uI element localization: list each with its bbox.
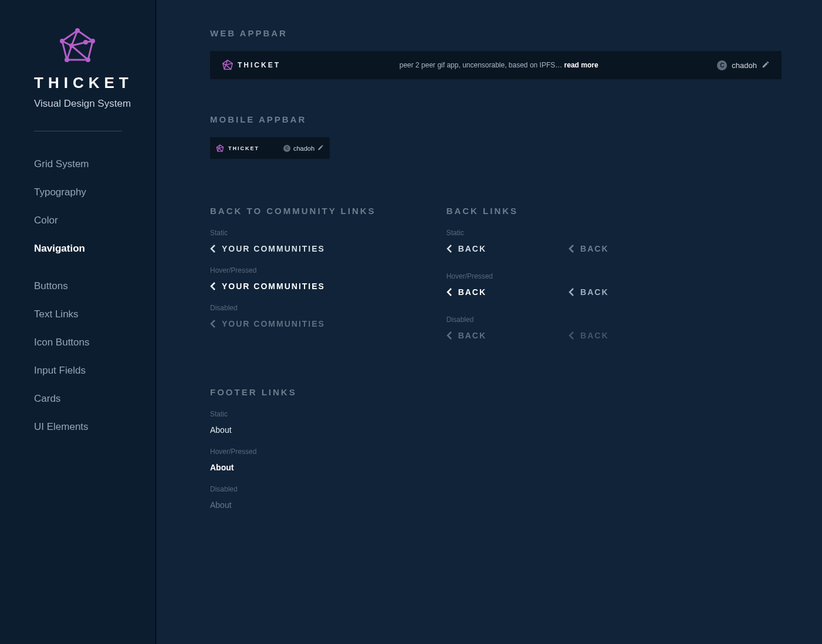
state-label-disabled: Disabled [446, 316, 609, 324]
thicket-logo-icon [59, 28, 96, 65]
appbar-user-chip[interactable]: C chadoh [283, 144, 324, 152]
state-label-hover: Hover/Pressed [446, 272, 609, 280]
appbar-brand-label: THICKET [238, 61, 280, 69]
sidebar-item-ui-elements[interactable]: UI Elements [34, 421, 155, 433]
edit-icon[interactable] [762, 60, 770, 70]
chevron-left-icon [569, 287, 574, 297]
your-communities-link-static[interactable]: YOUR COMMUNITIES [210, 244, 376, 253]
appbar-brand[interactable]: THICKET [216, 144, 259, 152]
sidebar-item-typography[interactable]: Typography [34, 187, 155, 198]
state-label-disabled: Disabled [210, 485, 782, 493]
sidebar-item-navigation[interactable]: Navigation [34, 243, 155, 255]
chevron-left-icon [446, 331, 452, 340]
username: chadoh [732, 61, 757, 70]
chevron-left-icon [210, 282, 216, 291]
state-label-disabled: Disabled [210, 304, 376, 312]
footer-link-static[interactable]: About [210, 425, 782, 435]
back-link-alt-static[interactable]: BACK [569, 244, 608, 253]
sidebar-nav: Grid System Typography Color Navigation … [34, 158, 155, 433]
appbar-tagline: peer 2 peer gif app, uncensorable, based… [400, 61, 598, 69]
back-link-disabled: BACK [446, 331, 486, 340]
sidebar-item-cards[interactable]: Cards [34, 393, 155, 405]
svg-point-2 [86, 57, 90, 62]
chevron-left-icon [569, 331, 574, 340]
svg-point-4 [60, 39, 65, 43]
svg-point-0 [75, 28, 80, 33]
back-link-alt-hover[interactable]: BACK [569, 287, 608, 297]
state-label-static: Static [210, 229, 376, 237]
chevron-left-icon [210, 319, 216, 328]
state-label-hover: Hover/Pressed [210, 266, 376, 274]
svg-point-1 [90, 39, 95, 43]
link-label: BACK [458, 287, 486, 297]
back-link-alt-disabled: BACK [569, 331, 608, 340]
chevron-left-icon [569, 244, 574, 253]
sidebar-item-buttons[interactable]: Buttons [34, 280, 155, 292]
appbar-brand-label: THICKET [228, 145, 259, 151]
sidebar-item-grid-system[interactable]: Grid System [34, 158, 155, 170]
sidebar-divider [34, 131, 122, 131]
back-link-hover[interactable]: BACK [446, 287, 486, 297]
link-label: BACK [580, 244, 608, 253]
brand-title: THICKET [34, 74, 155, 92]
web-appbar-sample: THICKET peer 2 peer gif app, uncensorabl… [210, 51, 782, 79]
thicket-logo-icon [222, 59, 234, 71]
svg-point-3 [65, 57, 69, 62]
your-communities-link-hover[interactable]: YOUR COMMUNITIES [210, 282, 376, 291]
appbar-user-chip[interactable]: C chadoh [717, 60, 770, 70]
link-label: YOUR COMMUNITIES [222, 244, 325, 253]
link-label: YOUR COMMUNITIES [222, 282, 325, 291]
sidebar: THICKET Visual Design System Grid System… [0, 0, 156, 644]
link-label: BACK [458, 244, 486, 253]
link-label: BACK [458, 331, 486, 340]
state-label-hover: Hover/Pressed [210, 448, 782, 456]
svg-point-6 [83, 40, 88, 45]
state-label-static: Static [210, 410, 782, 418]
link-label: YOUR COMMUNITIES [222, 319, 325, 328]
chevron-left-icon [210, 244, 216, 253]
state-label-static: Static [446, 229, 609, 237]
section-title-footer-links: FOOTER LINKS [210, 387, 782, 397]
chevron-left-icon [446, 244, 452, 253]
link-label: BACK [580, 331, 608, 340]
thicket-logo-icon [216, 144, 224, 152]
footer-link-disabled: About [210, 500, 782, 510]
sidebar-item-icon-buttons[interactable]: Icon Buttons [34, 337, 155, 348]
brand-block: THICKET Visual Design System [34, 28, 155, 110]
section-title-web-appbar: WEB APPBAR [210, 28, 782, 38]
sidebar-item-color[interactable]: Color [34, 215, 155, 226]
read-more-link[interactable]: read more [564, 61, 598, 69]
avatar: C [283, 145, 290, 152]
svg-point-5 [69, 43, 74, 48]
section-title-mobile-appbar: MOBILE APPBAR [210, 114, 782, 124]
back-link-static[interactable]: BACK [446, 244, 486, 253]
footer-link-hover[interactable]: About [210, 463, 782, 472]
username: chadoh [293, 145, 314, 152]
sidebar-item-input-fields[interactable]: Input Fields [34, 365, 155, 377]
link-label: BACK [580, 287, 608, 297]
main-content: WEB APPBAR THICKET peer 2 peer gif app, … [156, 0, 822, 644]
chevron-left-icon [446, 287, 452, 297]
edit-icon[interactable] [317, 144, 324, 152]
back-to-community-column: BACK TO COMMUNITY LINKS Static YOUR COMM… [210, 206, 376, 346]
sidebar-item-text-links[interactable]: Text Links [34, 309, 155, 320]
section-title-back-community: BACK TO COMMUNITY LINKS [210, 206, 376, 216]
appbar-brand[interactable]: THICKET [222, 59, 280, 71]
brand-subtitle: Visual Design System [34, 98, 155, 110]
tagline-text: peer 2 peer gif app, uncensorable, based… [400, 61, 564, 69]
your-communities-link-disabled: YOUR COMMUNITIES [210, 319, 376, 328]
mobile-appbar-sample: THICKET C chadoh [210, 137, 330, 159]
avatar: C [717, 60, 727, 70]
section-title-back-links: BACK LINKS [446, 206, 609, 216]
back-links-column: BACK LINKS Static BACK BACK Hover/Presse… [446, 206, 609, 346]
